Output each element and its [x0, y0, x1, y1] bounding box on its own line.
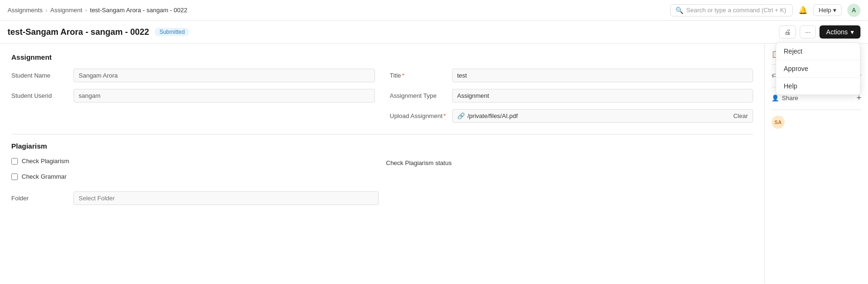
share-label: Share — [782, 95, 798, 102]
topbar-right: 🔍 Search or type a command (Ctrl + K) 🔔 … — [670, 4, 860, 17]
actions-label: Actions — [826, 28, 848, 36]
plagiarism-left: Check Plagiarism Check Grammar Folder — [11, 158, 379, 205]
actions-dropdown-menu: Reject Approve Help — [776, 42, 860, 95]
folder-input[interactable] — [73, 191, 379, 205]
check-grammar-checkbox[interactable] — [11, 174, 18, 180]
content-area: Assignment Student Name Student Userid — [0, 44, 764, 284]
breadcrumb-sep1: › — [45, 7, 47, 14]
panel-share-left: 👤 Share — [771, 95, 798, 102]
clear-button[interactable]: Clear — [733, 112, 748, 119]
left-fields: Student Name Student Userid — [11, 69, 375, 123]
check-plagiarism-row: Check Plagiarism — [11, 158, 379, 165]
title-input[interactable] — [452, 69, 754, 82]
check-plagiarism-label: Check Plagiarism — [22, 158, 69, 165]
title-field: Title* — [390, 69, 754, 82]
search-bar[interactable]: 🔍 Search or type a command (Ctrl + K) — [670, 4, 793, 16]
breadcrumb-sep2: › — [85, 7, 87, 14]
section-divider — [11, 134, 753, 134]
panel-avatar-section: SA — [771, 110, 861, 129]
assignment-section-title: Assignment — [11, 53, 753, 61]
assignment-type-select[interactable]: Assignment — [452, 89, 754, 103]
bell-icon[interactable]: 🔔 — [798, 6, 808, 15]
plagiarism-section-title: Plagiarism — [11, 142, 753, 150]
check-plagiarism-status-button[interactable]: Check Plagiarism status — [386, 159, 452, 166]
right-fields: Title* Assignment Type Assignment — [390, 69, 754, 123]
check-plagiarism-checkbox[interactable] — [11, 158, 18, 165]
actions-button[interactable]: Actions ▾ — [819, 25, 860, 39]
check-grammar-row: Check Grammar — [11, 173, 379, 180]
topbar: Assignments › Assignment › test-Sangam A… — [0, 0, 868, 21]
help-menu-item[interactable]: Help — [776, 78, 860, 95]
search-icon: 🔍 — [675, 7, 683, 14]
link-icon: 🔗 — [457, 112, 465, 119]
help-button[interactable]: Help ▾ — [813, 4, 842, 16]
page-header: test-Sangam Arora - sangam - 0022 Submit… — [0, 21, 868, 44]
upload-label: Upload Assignment* — [390, 112, 446, 119]
student-name-label: Student Name — [11, 72, 68, 79]
search-placeholder: Search or type a command (Ctrl + K) — [686, 7, 786, 14]
share-icon: 👤 — [771, 95, 779, 102]
folder-row: Folder — [11, 191, 379, 205]
student-userid-field: Student Userid — [11, 89, 375, 103]
check-grammar-label: Check Grammar — [22, 173, 66, 180]
page-header-right: 🖨 ··· Actions ▾ — [779, 25, 860, 39]
student-userid-label: Student Userid — [11, 92, 68, 99]
upload-file-display: 🔗 /private/files/AI.pdf Clear — [452, 109, 754, 123]
breadcrumb-assignments[interactable]: Assignments — [8, 7, 42, 14]
folder-label: Folder — [11, 195, 68, 202]
assignment-type-label: Assignment Type — [390, 92, 446, 99]
page-header-left: test-Sangam Arora - sangam - 0022 Submit… — [8, 27, 189, 37]
upload-link[interactable]: 🔗 /private/files/AI.pdf — [457, 112, 518, 119]
chevron-down-icon: ▾ — [833, 7, 836, 14]
reject-menu-item[interactable]: Reject — [776, 43, 860, 60]
upload-filename: /private/files/AI.pdf — [468, 112, 518, 119]
title-label: Title* — [390, 72, 446, 79]
student-userid-input[interactable] — [73, 89, 375, 103]
main-layout: Assignment Student Name Student Userid — [0, 44, 868, 284]
print-button[interactable]: 🖨 — [779, 25, 796, 39]
status-badge: Submitted — [154, 28, 189, 36]
plagiarism-section: Plagiarism Check Plagiarism Check Gramma… — [11, 142, 753, 205]
breadcrumb-current: test-Sangam Arora - sangam - 0022 — [90, 7, 187, 14]
student-name-field: Student Name — [11, 69, 375, 82]
help-label: Help — [819, 7, 831, 14]
assignment-section: Assignment Student Name Student Userid — [11, 53, 753, 123]
more-options-button[interactable]: ··· — [800, 25, 816, 39]
assignment-form-grid: Student Name Student Userid Title* — [11, 69, 753, 123]
page-title: test-Sangam Arora - sangam - 0022 — [8, 27, 149, 37]
plagiarism-grid: Check Plagiarism Check Grammar Folder Ch… — [11, 158, 753, 205]
panel-user-avatar[interactable]: SA — [771, 116, 785, 129]
assignment-type-field: Assignment Type Assignment — [390, 89, 754, 103]
breadcrumb: Assignments › Assignment › test-Sangam A… — [8, 7, 187, 14]
avatar[interactable]: A — [847, 4, 860, 17]
upload-field: Upload Assignment* 🔗 /private/files/AI.p… — [390, 109, 754, 123]
breadcrumb-assignment[interactable]: Assignment — [50, 7, 82, 14]
plagiarism-right: Check Plagiarism status — [386, 158, 754, 205]
approve-menu-item[interactable]: Approve — [776, 60, 860, 77]
student-name-input[interactable] — [73, 69, 375, 82]
actions-chevron-icon: ▾ — [851, 28, 854, 36]
